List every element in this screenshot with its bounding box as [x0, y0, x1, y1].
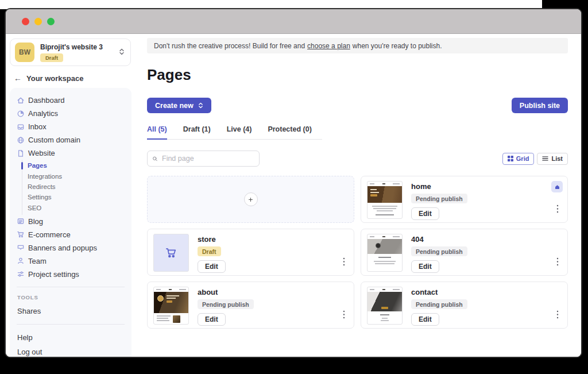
page-card-contact: contact Pending publish Edit — [361, 282, 568, 329]
list-icon — [542, 156, 548, 161]
sidebar-item-label: Banners and popups — [28, 244, 97, 252]
page-thumbnail — [153, 234, 189, 272]
tab-live[interactable]: Live (4) — [227, 125, 252, 139]
edit-button[interactable]: Edit — [198, 313, 226, 326]
blog-icon — [17, 217, 25, 225]
sidebar-item-ecommerce[interactable]: E-commerce — [10, 228, 131, 241]
sidebar-item-pages[interactable]: Pages — [22, 160, 131, 171]
sidebar-item-integrations[interactable]: Integrations — [22, 171, 131, 181]
find-page-search[interactable] — [147, 151, 260, 167]
analytics-icon — [17, 110, 25, 118]
sidebar-item-label: Dashboard — [28, 96, 65, 105]
page-card-404: 404 Pending publish Edit — [361, 229, 568, 276]
view-toggle: Grid List — [502, 153, 568, 165]
sidebar-item-label: Pages — [28, 162, 47, 169]
workspace-name: Biprojit's website 3 — [40, 43, 113, 51]
sidebar-item-shares[interactable]: Shares — [10, 304, 131, 318]
divider — [17, 324, 125, 325]
workspace-status-badge: Draft — [40, 53, 63, 62]
status-badge: Pending publish — [411, 194, 467, 203]
sidebar-item-redirects[interactable]: Redirects — [22, 182, 131, 192]
sidebar-item-label: Redirects — [28, 183, 56, 190]
search-input[interactable] — [162, 155, 254, 163]
upgrade-banner: Don't rush the creative process! Build f… — [147, 38, 568, 53]
sidebar-item-label: E-commerce — [28, 230, 71, 239]
page-icon — [17, 149, 25, 157]
card-menu-kebab-icon[interactable] — [554, 257, 562, 266]
sidebar-item-help[interactable]: Help — [10, 330, 131, 345]
arrow-left-icon: ← — [14, 74, 22, 83]
page-thumbnail — [367, 234, 403, 272]
edit-button[interactable]: Edit — [411, 313, 439, 326]
sidebar-item-banners[interactable]: Banners and popups — [10, 241, 131, 255]
homepage-icon[interactable] — [551, 181, 563, 192]
back-to-workspace-link[interactable]: ← Your workspace — [14, 74, 136, 83]
person-icon — [17, 257, 25, 265]
window-titlebar — [6, 9, 581, 34]
grid-view-button[interactable]: Grid — [502, 153, 535, 165]
workspace-switcher[interactable]: BW Biprojit's website 3 Draft — [10, 38, 131, 66]
sidebar-item-label: Blog — [28, 217, 43, 226]
choose-plan-link[interactable]: choose a plan — [307, 42, 350, 50]
sidebar-item-website[interactable]: Website — [10, 146, 131, 160]
add-page-icon — [244, 192, 258, 206]
cart-icon — [17, 230, 25, 238]
sidebar-item-inbox[interactable]: Inbox — [10, 120, 131, 133]
main-content: Don't rush the creative process! Build f… — [136, 34, 581, 358]
card-menu-kebab-icon[interactable] — [554, 204, 562, 213]
search-icon — [152, 155, 158, 163]
inbox-icon — [17, 123, 25, 131]
list-view-button[interactable]: List — [537, 153, 568, 165]
sidebar-item-analytics[interactable]: Analytics — [10, 107, 131, 120]
close-window-icon[interactable] — [22, 18, 29, 25]
edit-button[interactable]: Edit — [411, 207, 439, 220]
sidebar-item-label: SEO — [28, 205, 41, 211]
edit-button[interactable]: Edit — [411, 260, 439, 273]
create-new-button[interactable]: Create new — [147, 98, 211, 113]
cart-icon — [165, 246, 177, 259]
active-indicator — [21, 162, 23, 169]
list-label: List — [551, 155, 563, 162]
card-menu-kebab-icon[interactable] — [340, 310, 348, 319]
dashboard-icon — [17, 97, 25, 105]
sidebar-item-seo[interactable]: SEO — [22, 203, 131, 213]
sidebar-item-label: Analytics — [28, 109, 58, 118]
banner-text: Don't rush the creative process! Build f… — [154, 42, 305, 50]
sidebar-item-label: Project settings — [28, 270, 79, 279]
banner-text: when you're ready to publish. — [353, 42, 442, 50]
zoom-window-icon[interactable] — [47, 18, 55, 25]
card-menu-kebab-icon[interactable] — [554, 310, 562, 319]
page-name: contact — [411, 288, 467, 296]
sliders-icon — [17, 270, 25, 278]
sidebar-item-custom-domain[interactable]: Custom domain — [10, 133, 131, 146]
sidebar-item-settings[interactable]: Settings — [22, 192, 131, 202]
sidebar-item-team[interactable]: Team — [10, 255, 131, 268]
sidebar-item-label: Website — [28, 149, 55, 157]
sidebar-item-logout[interactable]: Log out — [10, 345, 131, 358]
sidebar-item-blog[interactable]: Blog — [10, 215, 131, 228]
page-filter-tabs: All (5) Draft (1) Live (4) Protected (0) — [147, 125, 322, 140]
website-subnav: Pages Integrations Redirects Settings SE… — [22, 160, 131, 215]
card-menu-kebab-icon[interactable] — [340, 257, 348, 266]
tab-all[interactable]: All (5) — [147, 125, 167, 140]
status-badge: Pending publish — [411, 246, 467, 256]
back-label: Your workspace — [26, 74, 83, 83]
sidebar-item-label: Settings — [28, 194, 52, 201]
sidebar-item-project-settings[interactable]: Project settings — [10, 268, 131, 281]
chevron-updown-icon — [198, 102, 203, 109]
tab-draft[interactable]: Draft (1) — [183, 125, 211, 139]
status-badge: Draft — [198, 246, 221, 256]
sidebar-item-dashboard[interactable]: Dashboard — [10, 94, 131, 107]
add-page-card[interactable] — [147, 176, 354, 223]
sidebar-item-label: Shares — [17, 307, 41, 315]
create-new-label: Create new — [155, 102, 194, 110]
sidebar: BW Biprojit's website 3 Draft ← Your wor… — [6, 34, 136, 358]
minimize-window-icon[interactable] — [34, 18, 42, 25]
grid-label: Grid — [516, 155, 529, 162]
publish-site-button[interactable]: Publish site — [512, 98, 568, 113]
workspace-select-chevron-icon[interactable] — [119, 47, 125, 57]
tab-protected[interactable]: Protected (0) — [268, 125, 311, 139]
publish-site-label: Publish site — [520, 102, 560, 110]
tools-section-header: TOOLS — [10, 293, 131, 304]
edit-button[interactable]: Edit — [198, 260, 226, 273]
